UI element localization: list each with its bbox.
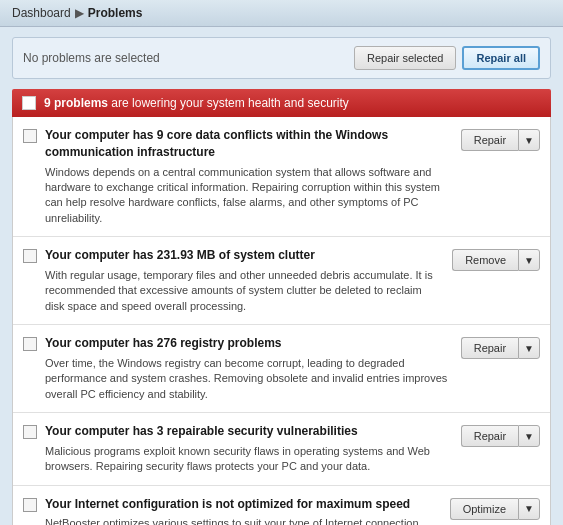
action-dropdown-3[interactable]: ▼ [518, 425, 540, 447]
problem-item: Your computer has 9 core data conflicts … [13, 117, 550, 237]
problem-content-0: Your computer has 9 core data conflicts … [45, 127, 453, 226]
repair-selected-button[interactable]: Repair selected [354, 46, 456, 70]
problem-item: Your computer has 276 registry problems … [13, 325, 550, 413]
action-bar-buttons: Repair selected Repair all [354, 46, 540, 70]
problem-content-3: Your computer has 3 repairable security … [45, 423, 453, 475]
problem-title-0: Your computer has 9 core data conflicts … [45, 127, 453, 161]
problem-action-2: Repair ▼ [461, 337, 540, 359]
problem-checkbox-3[interactable] [23, 425, 37, 439]
problems-header-suffix: are lowering your system health and secu… [108, 96, 349, 110]
problem-title-2: Your computer has 276 registry problems [45, 335, 453, 352]
problems-header: 9 problems are lowering your system heal… [12, 89, 551, 117]
breadcrumb-separator: ▶ [75, 6, 84, 20]
breadcrumb-parent[interactable]: Dashboard [12, 6, 71, 20]
action-dropdown-0[interactable]: ▼ [518, 129, 540, 151]
problems-count: 9 problems [44, 96, 108, 110]
action-bar: No problems are selected Repair selected… [12, 37, 551, 79]
problem-content-1: Your computer has 231.93 MB of system cl… [45, 247, 444, 314]
problem-action-0: Repair ▼ [461, 129, 540, 151]
problem-action-1: Remove ▼ [452, 249, 540, 271]
main-content: No problems are selected Repair selected… [0, 27, 563, 525]
problems-list: Your computer has 9 core data conflicts … [12, 117, 551, 525]
problem-title-4: Your Internet configuration is not optim… [45, 496, 442, 513]
problem-title-1: Your computer has 231.93 MB of system cl… [45, 247, 444, 264]
problem-action-3: Repair ▼ [461, 425, 540, 447]
problem-title-3: Your computer has 3 repairable security … [45, 423, 453, 440]
action-dropdown-4[interactable]: ▼ [518, 498, 540, 520]
breadcrumb-current: Problems [88, 6, 143, 20]
problem-content-2: Your computer has 276 registry problems … [45, 335, 453, 402]
problem-checkbox-1[interactable] [23, 249, 37, 263]
action-button-1[interactable]: Remove [452, 249, 518, 271]
problem-content-4: Your Internet configuration is not optim… [45, 496, 442, 525]
action-button-2[interactable]: Repair [461, 337, 518, 359]
problems-header-text: 9 problems are lowering your system heal… [44, 96, 349, 110]
problem-desc-3: Malicious programs exploit known securit… [45, 444, 453, 475]
problem-item: Your Internet configuration is not optim… [13, 486, 550, 525]
problem-action-4: Optimize ▼ [450, 498, 540, 520]
problem-checkbox-0[interactable] [23, 129, 37, 143]
problem-item: Your computer has 231.93 MB of system cl… [13, 237, 550, 325]
no-problems-text: No problems are selected [23, 51, 160, 65]
action-button-3[interactable]: Repair [461, 425, 518, 447]
action-button-4[interactable]: Optimize [450, 498, 518, 520]
select-all-checkbox[interactable] [22, 96, 36, 110]
action-dropdown-2[interactable]: ▼ [518, 337, 540, 359]
problem-checkbox-2[interactable] [23, 337, 37, 351]
problem-desc-4: NetBooster optimizes various settings to… [45, 516, 442, 525]
breadcrumb-bar: Dashboard ▶ Problems [0, 0, 563, 27]
problem-desc-2: Over time, the Windows registry can beco… [45, 356, 453, 402]
action-button-0[interactable]: Repair [461, 129, 518, 151]
problem-desc-1: With regular usage, temporary files and … [45, 268, 444, 314]
problem-checkbox-4[interactable] [23, 498, 37, 512]
repair-all-button[interactable]: Repair all [462, 46, 540, 70]
problem-desc-0: Windows depends on a central communicati… [45, 165, 453, 227]
action-dropdown-1[interactable]: ▼ [518, 249, 540, 271]
problem-item: Your computer has 3 repairable security … [13, 413, 550, 486]
